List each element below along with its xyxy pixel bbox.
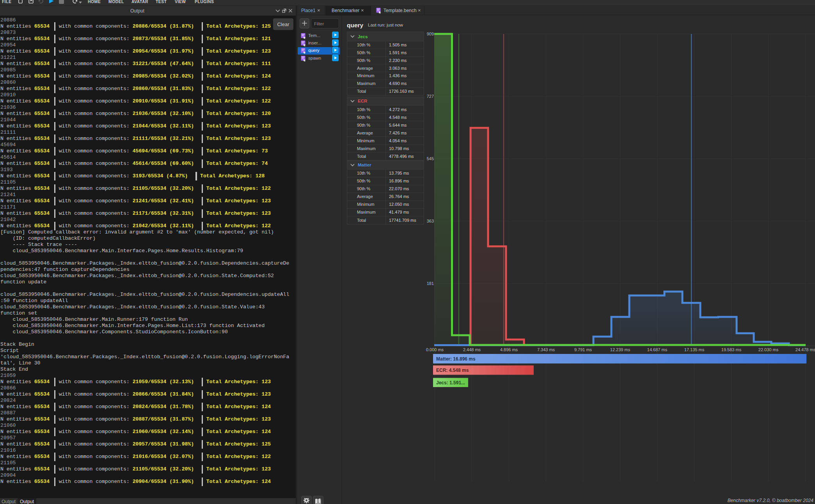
- svg-text:12.239 ms: 12.239 ms: [610, 347, 630, 352]
- svg-text:909: 909: [427, 32, 434, 36]
- svg-text:19.583 ms: 19.583 ms: [721, 347, 742, 352]
- svg-text:181: 181: [427, 281, 434, 286]
- svg-text:7.343 ms: 7.343 ms: [537, 347, 555, 352]
- svg-text:545: 545: [427, 156, 434, 161]
- svg-text:Matter: 16.896 ms: Matter: 16.896 ms: [436, 356, 476, 362]
- svg-text:2.448 ms: 2.448 ms: [463, 347, 481, 352]
- svg-text:22.030 ms: 22.030 ms: [758, 347, 779, 352]
- svg-text:24.478 ms: 24.478 ms: [795, 347, 815, 352]
- svg-text:ECR: 4.548 ms: ECR: 4.548 ms: [436, 368, 469, 373]
- svg-text:9.791 ms: 9.791 ms: [574, 347, 592, 352]
- svg-text:727: 727: [427, 94, 434, 99]
- svg-text:4.896 ms: 4.896 ms: [500, 347, 518, 352]
- svg-text:14.687 ms: 14.687 ms: [647, 347, 668, 352]
- svg-text:Jecs: 1.591...: Jecs: 1.591...: [436, 380, 465, 386]
- svg-text:0.000 ms: 0.000 ms: [426, 347, 444, 352]
- svg-text:363: 363: [427, 219, 434, 223]
- svg-text:17.135 ms: 17.135 ms: [684, 347, 705, 352]
